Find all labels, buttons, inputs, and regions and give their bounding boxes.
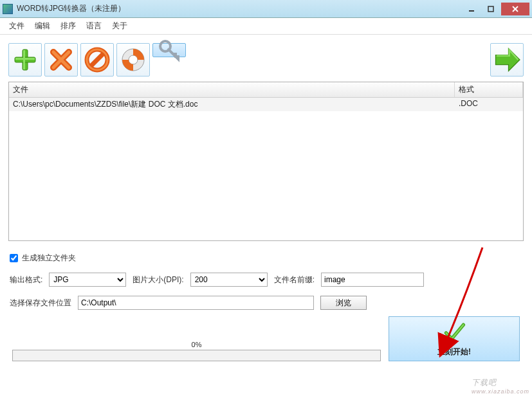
bottom-area: 0% 立刻开始!: [12, 316, 520, 361]
save-location-input[interactable]: [78, 296, 314, 310]
svg-point-12: [129, 55, 138, 64]
clear-button[interactable]: [80, 43, 114, 76]
dpi-select[interactable]: 200: [190, 273, 268, 287]
help-button[interactable]: [116, 43, 150, 76]
register-button[interactable]: [152, 43, 186, 57]
watermark-text: 下载吧: [472, 378, 497, 387]
menu-language[interactable]: 语言: [86, 21, 102, 32]
remove-button[interactable]: [44, 43, 78, 76]
svg-rect-7: [15, 58, 35, 60]
save-location-row: 选择保存文件位置 浏览: [10, 296, 522, 310]
close-icon: [512, 6, 518, 12]
col-format[interactable]: 格式: [455, 82, 523, 97]
app-icon: [3, 4, 13, 14]
arrow-right-icon: [491, 44, 523, 76]
svg-line-9: [90, 53, 104, 67]
plus-icon: [12, 47, 38, 73]
maximize-icon: [488, 6, 494, 12]
toolbar: [8, 43, 524, 76]
table-row[interactable]: C:\Users\pc\Documents\ZZDS\file\新建 DOC 文…: [9, 98, 523, 111]
menubar: 文件 编辑 排序 语言 关于: [0, 18, 532, 35]
watermark: 下载吧 www.xiazaiba.com: [472, 377, 529, 395]
watermark-url: www.xiazaiba.com: [472, 388, 529, 395]
toolbar-left: [8, 43, 186, 76]
col-file[interactable]: 文件: [9, 82, 455, 97]
minimize-icon: [468, 6, 475, 12]
minimize-button[interactable]: [463, 3, 481, 15]
progress-text: 0%: [12, 341, 381, 348]
maximize-button[interactable]: [482, 3, 500, 15]
cell-file: C:\Users\pc\Documents\ZZDS\file\新建 DOC 文…: [9, 98, 455, 111]
file-list[interactable]: 文件 格式 C:\Users\pc\Documents\ZZDS\file\新建…: [8, 82, 524, 241]
prefix-label: 文件名前缀:: [274, 274, 315, 285]
start-label: 立刻开始!: [437, 346, 471, 357]
browse-button[interactable]: 浏览: [320, 296, 367, 310]
add-button[interactable]: [8, 43, 42, 76]
options-panel: 生成独立文件夹 输出格式: JPG 图片大小(DPI): 200 文件名前缀: …: [10, 253, 522, 361]
checkmark-icon: [443, 320, 466, 345]
prefix-input[interactable]: [321, 273, 424, 287]
cell-format: .DOC: [455, 98, 523, 111]
progress-bar: [12, 350, 381, 361]
lifebuoy-icon: [120, 47, 146, 73]
close-button[interactable]: [501, 3, 529, 15]
no-entry-icon: [84, 47, 110, 73]
save-location-label: 选择保存文件位置: [10, 298, 71, 309]
independent-folder-label: 生成独立文件夹: [22, 253, 76, 264]
menu-about[interactable]: 关于: [112, 21, 127, 32]
go-button[interactable]: [490, 43, 524, 76]
independent-folder-checkbox[interactable]: [10, 254, 18, 262]
svg-rect-1: [488, 6, 493, 12]
output-format-label: 输出格式:: [10, 274, 42, 285]
menu-sort[interactable]: 排序: [60, 21, 76, 32]
output-format-select[interactable]: JPG: [49, 273, 126, 287]
start-button[interactable]: 立刻开始!: [389, 316, 520, 361]
menu-edit[interactable]: 编辑: [35, 21, 50, 32]
x-icon: [48, 47, 74, 73]
format-row: 输出格式: JPG 图片大小(DPI): 200 文件名前缀:: [10, 273, 522, 287]
titlebar: WORD转JPG转换器（未注册）: [0, 0, 532, 18]
independent-folder-row: 生成独立文件夹: [10, 253, 522, 264]
list-header: 文件 格式: [9, 82, 523, 98]
progress-wrap: 0%: [12, 341, 381, 361]
content-area: 文件 格式 C:\Users\pc\Documents\ZZDS\file\新建…: [0, 35, 532, 368]
window-title: WORD转JPG转换器（未注册）: [17, 3, 461, 14]
key-icon: [156, 37, 182, 63]
menu-file[interactable]: 文件: [9, 21, 24, 32]
dpi-label: 图片大小(DPI):: [133, 274, 183, 285]
